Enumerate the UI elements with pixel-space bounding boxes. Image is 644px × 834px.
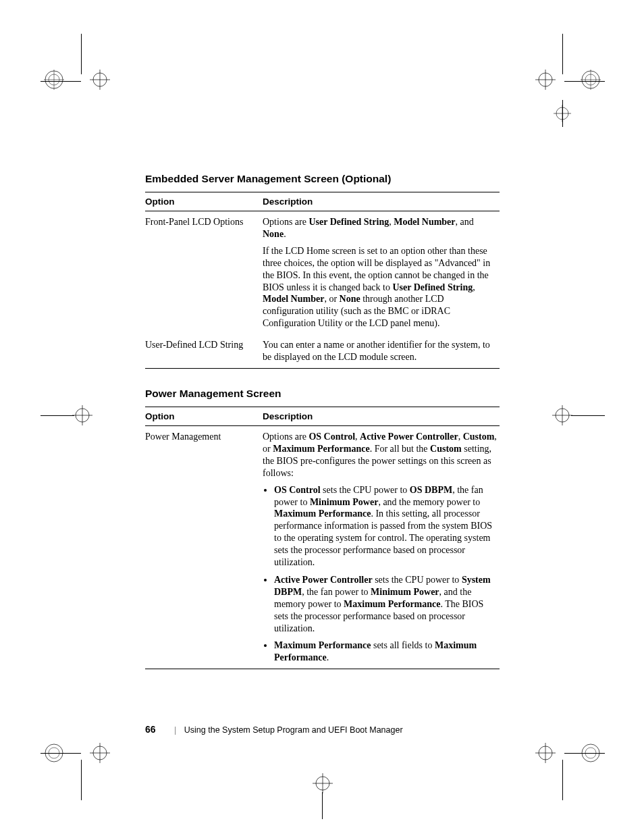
embedded-table: Option Description Front-Panel LCD Optio…	[145, 192, 500, 369]
registration-mark	[44, 743, 64, 763]
registration-mark	[554, 105, 571, 122]
footer-title: Using the System Setup Program and UEFI …	[184, 725, 403, 735]
svg-point-32	[585, 748, 596, 758]
registration-mark	[552, 405, 572, 425]
option-cell: Front-Panel LCD Options	[145, 211, 263, 335]
option-cell: Power Management	[145, 425, 263, 669]
svg-point-31	[582, 744, 599, 762]
svg-point-24	[49, 748, 59, 758]
section-heading-power: Power Management Screen	[145, 388, 500, 400]
page-footer: 66 | Using the System Setup Program and …	[145, 724, 403, 735]
option-cell: User-Defined LCD String	[145, 334, 263, 368]
registration-mark	[44, 70, 64, 90]
table-row: Front-Panel LCD Options Options are User…	[145, 211, 500, 335]
registration-mark	[581, 743, 601, 763]
description-cell: You can enter a name or another identifi…	[263, 334, 500, 368]
description-cell: Options are User Defined String, Model N…	[263, 211, 500, 335]
section-heading-embedded: Embedded Server Management Screen (Optio…	[145, 173, 500, 185]
power-table: Option Description Power Management Opti…	[145, 407, 500, 669]
table-row: Power Management Options are OS Control,…	[145, 425, 500, 669]
svg-point-23	[45, 744, 63, 762]
col-description: Description	[263, 192, 500, 211]
footer-separator: |	[174, 725, 176, 735]
page-number: 66	[145, 724, 156, 735]
table-row: User-Defined LCD String You can enter a …	[145, 334, 500, 368]
col-description: Description	[263, 407, 500, 425]
page-content: Embedded Server Management Screen (Optio…	[145, 173, 500, 688]
col-option: Option	[145, 192, 263, 211]
registration-mark	[72, 405, 92, 425]
registration-mark	[535, 743, 556, 763]
description-cell: Options are OS Control, Active Power Con…	[263, 425, 500, 669]
registration-mark	[581, 70, 601, 90]
col-option: Option	[145, 407, 263, 425]
registration-mark	[90, 743, 110, 763]
registration-mark	[90, 70, 110, 90]
registration-mark	[313, 773, 333, 793]
registration-mark	[535, 70, 556, 90]
